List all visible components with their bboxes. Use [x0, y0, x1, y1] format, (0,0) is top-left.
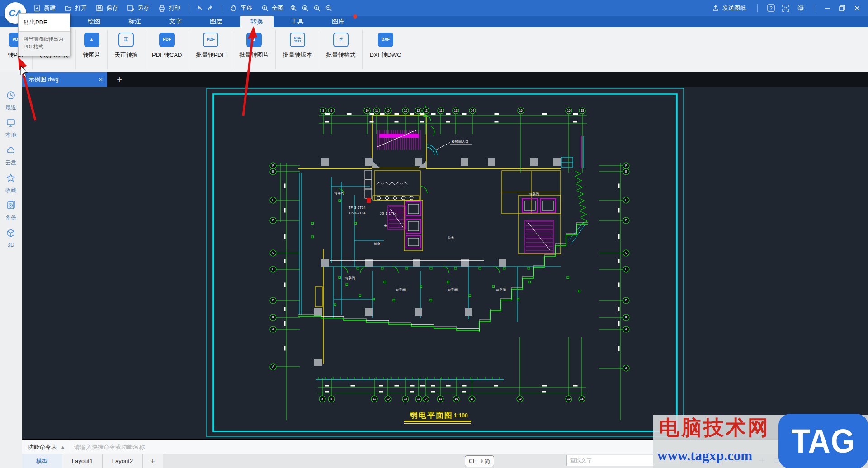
- svg-text:A: A: [625, 328, 627, 331]
- ribbon-button-批量转格式[interactable]: ⇄批量转格式: [319, 27, 362, 72]
- dots-icon[interactable]: [716, 456, 724, 464]
- new-button[interactable]: 新建: [30, 2, 58, 14]
- cloud-icon: [6, 145, 16, 157]
- svg-text:F: F: [272, 164, 274, 167]
- minimize-button[interactable]: [823, 4, 832, 13]
- sidebar-item-收藏[interactable]: 收藏: [5, 173, 16, 194]
- layout-tab-Layout2[interactable]: Layout2: [103, 454, 143, 468]
- file-tab-close-icon[interactable]: ×: [99, 76, 103, 83]
- svg-text:E: E: [272, 170, 274, 173]
- frame-outer: [207, 88, 684, 437]
- cube-icon[interactable]: [800, 456, 808, 464]
- svg-text:1:100: 1:100: [454, 412, 468, 419]
- ribbon-button-转图片[interactable]: ▲转图片: [76, 27, 107, 72]
- undo-icon[interactable]: [194, 4, 203, 13]
- svg-text:13: 13: [454, 109, 458, 112]
- move-icon[interactable]: [688, 456, 696, 464]
- backup-icon: [6, 201, 16, 212]
- help-icon[interactable]: ?: [766, 4, 775, 13]
- send-drawing-button[interactable]: 发送图纸: [708, 2, 749, 14]
- sidebar-item-本地[interactable]: 本地: [5, 118, 16, 139]
- ribbon-button-批量转图片[interactable]: ▲批量转图片: [232, 27, 275, 72]
- tab-标注[interactable]: 标注: [118, 16, 151, 27]
- divider: [189, 4, 189, 12]
- tab-绘图[interactable]: 绘图: [77, 16, 111, 27]
- notification-dot: [353, 14, 357, 19]
- layout-tab-模型[interactable]: 模型: [22, 454, 62, 468]
- svg-text:16: 16: [567, 397, 571, 400]
- cad-drawing: 8910111010121311131416161889111012131415…: [22, 87, 868, 439]
- file-tab-active[interactable]: 示例图.dwg ×: [22, 72, 107, 87]
- add-layout-button[interactable]: +: [143, 454, 163, 468]
- fullscreen-icon[interactable]: [781, 4, 790, 13]
- elevators-and-stairs: [379, 134, 581, 253]
- tab-工具[interactable]: 工具: [281, 16, 314, 27]
- svg-text:8: 8: [321, 397, 323, 400]
- svg-text:C: C: [625, 267, 627, 271]
- sidebar-item-云盘[interactable]: 云盘: [5, 145, 16, 167]
- PDF转CAD-icon: PDF: [159, 33, 175, 47]
- print-icon: [157, 4, 166, 13]
- hand-button[interactable]: 平移: [226, 2, 255, 14]
- layout-tab-Layout1[interactable]: Layout1: [62, 454, 103, 468]
- grid-icon[interactable]: [702, 456, 710, 464]
- circle-icon[interactable]: [772, 456, 780, 464]
- file-tab-label: 示例图.dwg: [28, 75, 58, 84]
- svg-text:前室: 前室: [448, 236, 454, 239]
- sidebar-item-最近[interactable]: 最近: [5, 90, 16, 112]
- tab-图库[interactable]: 图库: [321, 16, 355, 27]
- tab-文字[interactable]: 文字: [159, 16, 192, 27]
- new-file-tab-button[interactable]: +: [113, 72, 126, 87]
- ribbon-button-批量转版本[interactable]: R14- 2022批量转版本: [276, 27, 319, 72]
- restore-button[interactable]: [838, 4, 847, 13]
- sidebar-item-3D[interactable]: 3D: [6, 228, 16, 248]
- titlebar-right: 发送图纸 ?: [708, 2, 868, 14]
- sidebar-item-备份[interactable]: 备份: [5, 201, 16, 222]
- svg-text:D: D: [625, 219, 627, 222]
- zoom-in-icon[interactable]: [312, 4, 321, 13]
- 批量转版本-icon: R14- 2022: [290, 33, 305, 47]
- file-tab-bar: 示例图.dwg × +: [22, 72, 868, 87]
- ribbon-button-批量转PDF[interactable]: PDF批量转PDF: [189, 27, 232, 72]
- snap-icon[interactable]: [730, 456, 738, 464]
- open-button[interactable]: 打开: [61, 2, 90, 14]
- svg-text:?: ?: [769, 5, 772, 11]
- settings-gear-icon[interactable]: [796, 4, 805, 13]
- ribbon-button-DXF转DWG[interactable]: DXFDXF转DWG: [363, 27, 408, 72]
- svg-text:10: 10: [386, 397, 390, 400]
- svg-text:12: 12: [416, 109, 420, 112]
- clock-icon: [6, 90, 16, 102]
- command-list-toggle[interactable]: 功能命令表 ▲: [22, 440, 70, 454]
- tab-图层[interactable]: 图层: [199, 16, 233, 27]
- zoom-all-button[interactable]: 全图: [258, 2, 286, 14]
- zoom-window-icon[interactable]: [289, 4, 298, 13]
- tab-转换[interactable]: 转换: [240, 16, 274, 27]
- 天正转换-icon: 正: [118, 33, 134, 47]
- ime-indicator[interactable]: CH ☽ 简: [465, 455, 494, 467]
- ribbon-button-天正转换[interactable]: 正天正转换: [108, 27, 145, 72]
- star-icon[interactable]: [786, 456, 794, 464]
- redo-icon[interactable]: [206, 4, 215, 13]
- save-button[interactable]: 保存: [92, 2, 121, 14]
- zoom-out-icon[interactable]: [324, 4, 333, 13]
- command-bar: 功能命令表 ▲ 请输入快捷命令或功能名称: [22, 440, 868, 454]
- svg-text:写字间: 写字间: [448, 288, 458, 292]
- fire-alarm-device: [367, 198, 371, 203]
- frame-icon[interactable]: [744, 456, 752, 464]
- saveas-button[interactable]: 另存: [123, 2, 152, 14]
- svg-text:13: 13: [417, 397, 420, 400]
- zoom-scale-icon[interactable]: [301, 4, 310, 13]
- svg-text:B: B: [272, 299, 274, 302]
- plus-icon[interactable]: [758, 456, 766, 464]
- close-button[interactable]: [853, 4, 862, 13]
- svg-text:写字间: 写字间: [334, 192, 344, 195]
- left-sidebar: 最近本地云盘收藏备份3D: [0, 72, 22, 468]
- ribbon-button-PDF转CAD[interactable]: PDFPDF转CAD: [145, 27, 189, 72]
- titlebar: CA 新建打开保存另存打印平移全图 发送图纸 ?: [0, 0, 868, 16]
- drawing-canvas[interactable]: 8910111010121311131416161889111012131415…: [22, 87, 868, 439]
- print-button[interactable]: 打印: [155, 2, 183, 14]
- svg-text:电: 电: [384, 224, 387, 227]
- find-text-input[interactable]: 查找文字: [566, 455, 680, 466]
- command-input[interactable]: 请输入快捷命令或功能名称: [70, 443, 868, 451]
- save-icon: [95, 4, 104, 13]
